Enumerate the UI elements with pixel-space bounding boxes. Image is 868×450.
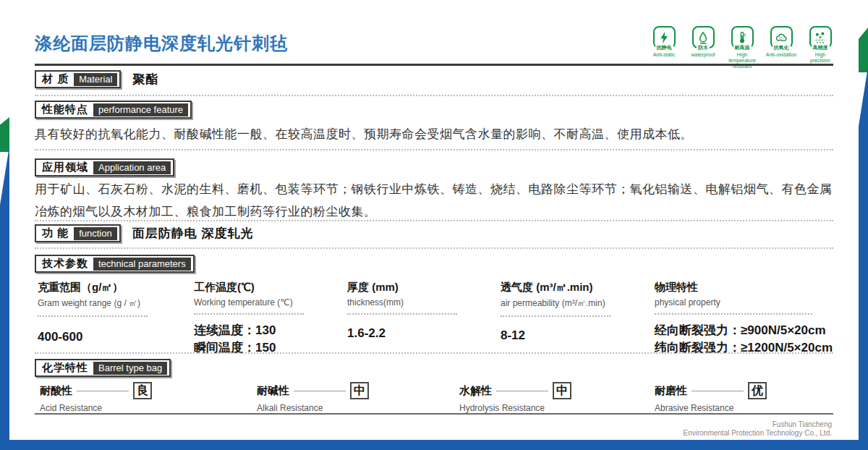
- rating-badge: 良: [133, 382, 152, 399]
- bottom-bar-decoration: [0, 440, 868, 450]
- section-divider: [35, 220, 833, 221]
- column-divider: [501, 315, 610, 317]
- feature-anti-oxidation: O₂ 抗氧化 Anti-oxidation: [765, 26, 797, 69]
- connector-line: [294, 391, 346, 391]
- param-working-temperature: 工作温度(℃) Working temperature (℃) 连续温度：130…: [194, 281, 347, 357]
- company-name: Fushun Tiancheng Environmental Protectio…: [684, 420, 833, 438]
- chemical-label-en-badge: Barrel type bag: [93, 362, 167, 375]
- chem-acid-resistance: 耐酸性 良 Acid Resistance: [40, 382, 152, 413]
- application-label: 应用领域 Application area: [35, 158, 174, 177]
- left-edge-decoration: [0, 117, 9, 440]
- performance-text: 具有较好的抗氧化能力、耐酸碱性能一般、在较高温度时、预期寿命会受烟气含水量的影响…: [35, 123, 835, 145]
- connector-line: [692, 391, 744, 391]
- param-air-permeability: 透气度 (m³/㎡.min) air permeability (m³/㎡.mi…: [501, 281, 655, 357]
- material-label: 材 质 Material: [35, 70, 121, 88]
- feature-high-precision: 高精度 High precision: [804, 26, 836, 69]
- function-value: 面层防静电 深度轧光: [132, 225, 254, 242]
- function-label: 功 能 function: [35, 224, 121, 242]
- title-divider: [35, 64, 833, 66]
- column-divider: [655, 313, 812, 315]
- svg-text:O₂: O₂: [779, 35, 783, 40]
- column-divider: [194, 313, 304, 315]
- technical-label-en-badge: technical parameters: [93, 258, 191, 271]
- rating-badge: 优: [748, 382, 767, 399]
- column-divider: [38, 315, 148, 317]
- section-divider: [35, 352, 833, 354]
- rating-badge: 中: [553, 382, 571, 399]
- feature-high-temperature: 耐高温 High temperature resistant: [726, 26, 758, 69]
- chem-abrasive-resistance: 耐磨性 优 Abrasive Resistance: [655, 382, 767, 413]
- param-thickness: 厚度 (mm) thickness(mm) 1.6-2.2: [347, 281, 501, 357]
- function-label-en-badge: function: [74, 227, 117, 240]
- connector-line: [496, 391, 548, 391]
- footer-divider: [35, 413, 833, 415]
- section-divider: [35, 95, 833, 96]
- param-physical-property: 物理特性 physical property 经向断裂强力：≥900N/5×20…: [655, 281, 839, 357]
- section-divider: [35, 247, 833, 249]
- column-divider: [347, 313, 457, 315]
- technical-label: 技术参数 technical parameters: [35, 255, 195, 273]
- rating-badge: 中: [350, 382, 369, 399]
- param-gram-weight: 克重范围（g/㎡） Gram weight range (g / ㎡) 400-…: [38, 281, 194, 357]
- section-divider: [35, 149, 833, 150]
- material-row: 材 质 Material 聚酯: [35, 70, 158, 88]
- feature-icon-row: 抗静电 Anti-static 防水 waterproof 耐高温 High t…: [648, 26, 836, 69]
- right-edge-decoration: [859, 27, 868, 440]
- material-label-en-badge: Material: [74, 73, 117, 86]
- chemical-label: 化学特性 Barrel type bag: [35, 359, 171, 377]
- material-value: 聚酯: [132, 71, 158, 88]
- application-text: 用于矿山、石灰石粉、水泥的生料、磨机、包装等环节；钢铁行业中炼铁、铸造、烧结、电…: [35, 178, 835, 223]
- chem-hydrolysis-resistance: 水解性 中 Hydrolysis Resistance: [459, 382, 571, 413]
- parameters-table: 克重范围（g/㎡） Gram weight range (g / ㎡) 400-…: [38, 281, 839, 357]
- chem-alkali-resistance: 耐碱性 中 Alkali Resistance: [257, 382, 369, 413]
- performance-label-en-badge: performance feature: [93, 103, 188, 116]
- function-row: 功 能 function 面层防静电 深度轧光: [35, 224, 253, 242]
- connector-line: [77, 391, 129, 391]
- product-datasheet: 涤纶面层防静电深度轧光针刺毡 抗静电 Anti-static 防水 waterp…: [0, 0, 868, 450]
- performance-label: 性能特点 performance feature: [35, 101, 192, 119]
- feature-waterproof: 防水 waterproof: [687, 26, 719, 69]
- page-title: 涤纶面层防静电深度轧光针刺毡: [35, 32, 288, 55]
- feature-anti-static: 抗静电 Anti-static: [648, 26, 680, 69]
- application-label-en-badge: Application area: [93, 161, 171, 174]
